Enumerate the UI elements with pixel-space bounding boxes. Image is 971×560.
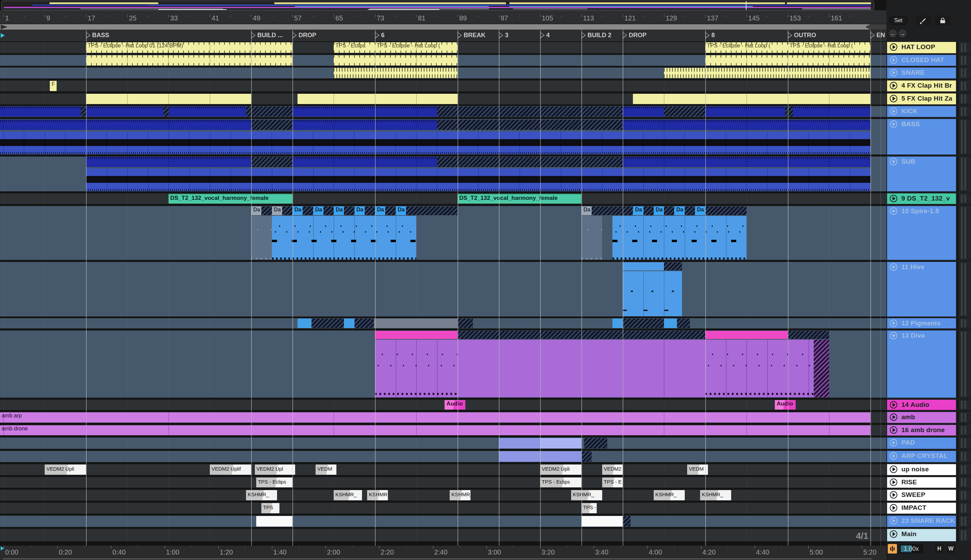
clip[interactable] bbox=[0, 120, 251, 130]
track-header-pad[interactable]: PAD bbox=[887, 438, 956, 449]
clip[interactable] bbox=[246, 107, 292, 117]
clip[interactable] bbox=[303, 206, 313, 215]
clip[interactable] bbox=[623, 157, 870, 167]
clip[interactable] bbox=[612, 216, 746, 260]
track-play-icon[interactable] bbox=[890, 195, 897, 202]
clip-da[interactable]: Da bbox=[375, 206, 385, 215]
track-header-hat-loop[interactable]: HAT LOOP bbox=[887, 42, 956, 53]
track-header-arp-crystal[interactable]: ARP CRYSTAL bbox=[887, 451, 956, 462]
track-lane-11-hive[interactable] bbox=[0, 262, 886, 317]
track-play-icon[interactable] bbox=[890, 517, 897, 525]
track-lane-kick[interactable] bbox=[0, 106, 886, 117]
clip[interactable] bbox=[256, 516, 292, 527]
track-lane-pad[interactable] bbox=[0, 438, 886, 449]
clip-audio[interactable]: Audio bbox=[445, 400, 465, 410]
clip-tps-eclips[interactable]: TPS - Eclips bbox=[334, 42, 375, 53]
clip[interactable] bbox=[344, 318, 354, 328]
clip-kshmr-[interactable]: KSHMR_ bbox=[246, 490, 277, 500]
locator-break[interactable]: BREAK bbox=[457, 32, 486, 39]
track-lane-13-diva[interactable] bbox=[0, 330, 886, 398]
track-play-icon[interactable] bbox=[890, 69, 897, 77]
track-play-icon[interactable] bbox=[890, 426, 897, 434]
clip[interactable] bbox=[623, 271, 682, 316]
clip[interactable] bbox=[297, 94, 457, 104]
locator-6[interactable]: 6 bbox=[375, 32, 384, 39]
clip[interactable] bbox=[169, 107, 246, 117]
group-fold-icon[interactable] bbox=[890, 120, 897, 128]
clip[interactable] bbox=[705, 340, 814, 397]
clip-vedm2-uplif[interactable]: VEDM2 Uplif bbox=[210, 465, 251, 475]
clip[interactable] bbox=[705, 206, 746, 215]
clip-tps-eclipse-hat-loop-[interactable]: TPS - Eclipse - Hat Loop ( bbox=[705, 42, 788, 53]
clip[interactable] bbox=[623, 516, 631, 527]
clip[interactable] bbox=[664, 206, 674, 215]
track-header-16-amb-drone[interactable]: 16 amb drone bbox=[887, 425, 956, 435]
track-lane-up-noise[interactable]: VEDM2 UpliVEDM2 UplifVEDM2 UplVEDMVEDM2 … bbox=[0, 464, 886, 475]
clip-tps-eclipse-hat-loop-01-[interactable]: TPS - Eclipse - Hat Loop 01 (124 BPM) bbox=[86, 42, 292, 53]
clip-audio[interactable]: Audio bbox=[775, 400, 796, 410]
track-header-main[interactable]: Main bbox=[887, 529, 956, 541]
group-fold-icon[interactable] bbox=[890, 332, 897, 339]
clip[interactable] bbox=[685, 206, 695, 215]
clip[interactable] bbox=[365, 206, 375, 215]
clip[interactable] bbox=[292, 157, 437, 167]
audio-waveform-toggle-button[interactable] bbox=[888, 544, 897, 553]
clip[interactable] bbox=[251, 216, 272, 260]
draw-mode-button[interactable] bbox=[916, 15, 932, 25]
clip[interactable] bbox=[292, 107, 437, 117]
clip[interactable] bbox=[282, 206, 292, 215]
horizontal-scrollbar[interactable] bbox=[3, 558, 872, 559]
clip[interactable] bbox=[664, 318, 677, 328]
clip-vedm[interactable]: VEDM bbox=[687, 465, 708, 475]
track-play-icon[interactable] bbox=[890, 491, 897, 498]
clip-kshmr-[interactable]: KSHMR_ bbox=[654, 490, 685, 500]
clip[interactable] bbox=[785, 107, 793, 117]
track-lane-bass[interactable] bbox=[0, 119, 886, 155]
track-lane-hat-loop[interactable]: TPS - Eclipse - Hat Loop 01 (124 BPM)TPS… bbox=[0, 42, 886, 53]
clip[interactable] bbox=[437, 107, 623, 117]
clip-f[interactable]: F bbox=[50, 81, 57, 91]
back-button[interactable]: ← bbox=[889, 30, 897, 37]
clip[interactable] bbox=[623, 262, 664, 270]
clip[interactable] bbox=[292, 120, 437, 130]
clip[interactable] bbox=[164, 107, 169, 117]
track-lane-main[interactable] bbox=[0, 529, 886, 541]
clip[interactable] bbox=[0, 107, 81, 117]
track-header-sweep[interactable]: SWEEP bbox=[887, 490, 956, 501]
lock-envelopes-button[interactable] bbox=[934, 15, 951, 25]
clip-vedm2-upli[interactable]: VEDM2 Upli bbox=[540, 465, 581, 475]
track-lane-closed-hat[interactable] bbox=[0, 55, 886, 66]
clip-kshmr-[interactable]: KSHMR_ bbox=[334, 490, 362, 500]
track-lane-4-fx-clap-hit-br[interactable]: F bbox=[0, 80, 886, 92]
clip[interactable] bbox=[334, 55, 457, 65]
clip[interactable] bbox=[499, 438, 540, 448]
clip[interactable] bbox=[814, 340, 829, 397]
clip-da[interactable]: Da bbox=[251, 206, 261, 215]
track-lane-rise[interactable]: TPS - EclipsTPS - EclipsTPS - E bbox=[0, 477, 886, 488]
clip-amb-arp[interactable]: amb arp bbox=[0, 412, 870, 423]
locator-build-2[interactable]: BUILD 2 bbox=[581, 32, 611, 39]
clip[interactable] bbox=[705, 331, 788, 339]
clip-tps-e[interactable]: TPS - E bbox=[602, 477, 623, 487]
track-header-23-snare-rack[interactable]: 23 SNARE RACK bbox=[887, 516, 956, 527]
clip[interactable] bbox=[81, 107, 86, 117]
clip[interactable] bbox=[644, 206, 654, 215]
clip[interactable] bbox=[86, 94, 251, 104]
track-lane-snare[interactable] bbox=[0, 68, 886, 78]
clip-kshmr[interactable]: KSHMR bbox=[367, 490, 388, 500]
track-lane-10-spire-1-5[interactable]: DaDaDaDaDaDaDaDaDaDaDaDaDa bbox=[0, 206, 886, 260]
clip-kshmr-[interactable]: KSHMR_ bbox=[700, 490, 731, 500]
clip-kshmr-[interactable]: KSHMR_ bbox=[571, 490, 602, 500]
clip[interactable] bbox=[86, 55, 292, 65]
clip-da[interactable]: Da bbox=[354, 206, 365, 215]
clip[interactable] bbox=[334, 68, 457, 78]
clip-da[interactable]: Da bbox=[654, 206, 664, 215]
track-header-4-fx-clap-hit-br[interactable]: 4 FX Clap Hit Br bbox=[887, 80, 956, 92]
clip[interactable] bbox=[86, 107, 164, 117]
track-lane-sweep[interactable]: KSHMR_KSHMR_KSHMRKSHMR_KSHMR_KSHMR_KSHMR… bbox=[0, 490, 886, 501]
clip[interactable] bbox=[375, 340, 457, 397]
clip[interactable] bbox=[437, 120, 623, 130]
track-play-icon[interactable] bbox=[890, 95, 897, 102]
clip[interactable] bbox=[540, 438, 581, 448]
clip-da[interactable]: Da bbox=[581, 206, 592, 215]
